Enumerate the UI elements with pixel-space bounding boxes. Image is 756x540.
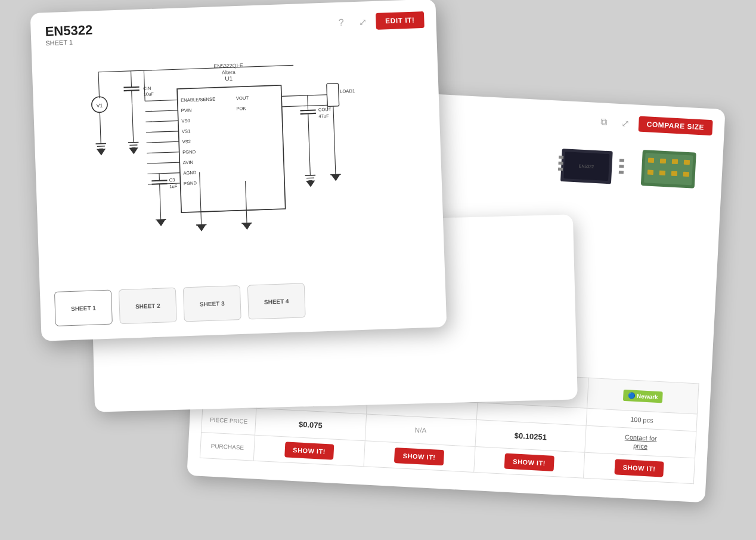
help-icon[interactable]: ? (333, 14, 350, 31)
svg-text:PGND: PGND (182, 149, 196, 155)
svg-line-94 (308, 95, 308, 110)
svg-text:PGND: PGND (184, 180, 197, 186)
fullscreen-icon[interactable]: ⤢ (354, 13, 371, 30)
newark-logo: 🔵 Newark (623, 389, 663, 402)
front-sheet-tab-3[interactable]: SHEET 3 (183, 285, 241, 322)
svg-rect-89 (327, 84, 339, 107)
chip-product-images: EN5322 (554, 136, 705, 198)
svg-line-72 (100, 112, 101, 143)
svg-line-83 (132, 103, 133, 142)
svg-text:POK: POK (236, 106, 246, 112)
front-sheet-tab-4[interactable]: SHEET 4 (247, 283, 306, 319)
svg-text:EN5322: EN5322 (579, 163, 594, 168)
svg-marker-103 (306, 180, 315, 187)
svg-text:CIN: CIN (143, 85, 151, 91)
schematic-toolbar: ? ⤢ EDIT IT! (333, 11, 425, 31)
svg-line-116 (246, 181, 247, 223)
svg-line-61 (147, 152, 179, 153)
svg-text:1uF: 1uF (169, 184, 178, 189)
svg-line-112 (201, 209, 272, 212)
svg-rect-25 (558, 162, 563, 165)
compare-size-button[interactable]: COMPARE SIZE (638, 116, 713, 135)
svg-rect-35 (672, 159, 678, 165)
svg-text:PVIN: PVIN (181, 107, 192, 113)
svg-line-63 (147, 173, 180, 174)
svg-line-107 (160, 184, 161, 220)
front-card: EN5322 SHEET 1 ? ⤢ EDIT IT! U1 Altera EN… (30, 0, 447, 341)
svg-line-73 (96, 143, 106, 144)
svg-text:VS2: VS2 (182, 139, 191, 144)
schematic-area: U1 Altera EN5322QI-E ENABLE/SENSE PVIN V… (44, 41, 432, 269)
svg-text:VS1: VS1 (182, 128, 191, 134)
svg-text:AVIN: AVIN (183, 160, 194, 166)
svg-line-62 (147, 162, 180, 163)
svg-line-78 (123, 87, 139, 88)
svg-line-56 (145, 100, 178, 101)
svg-text:COUT: COUT (318, 107, 331, 113)
front-sheet-tab-1[interactable]: SHEET 1 (54, 290, 113, 326)
svg-rect-34 (660, 159, 666, 164)
svg-line-69 (98, 72, 100, 98)
svg-line-95 (300, 110, 315, 111)
svg-text:V1: V1 (96, 103, 103, 109)
svg-rect-28 (619, 165, 624, 168)
front-sheet-tab-2[interactable]: SHEET 2 (119, 288, 177, 324)
svg-line-113 (200, 172, 202, 224)
svg-line-77 (131, 71, 132, 87)
svg-rect-38 (659, 171, 665, 176)
svg-line-65 (281, 95, 327, 97)
svg-line-100 (305, 175, 315, 176)
svg-rect-26 (558, 168, 563, 171)
svg-marker-76 (97, 149, 106, 155)
svg-text:47uF: 47uF (318, 113, 329, 119)
svg-text:VOUT: VOUT (236, 95, 249, 101)
svg-line-59 (146, 131, 179, 132)
layers-icon[interactable]: ⧉ (595, 113, 612, 131)
svg-text:AGND: AGND (183, 170, 197, 176)
svg-marker-115 (197, 225, 206, 232)
chip-image-2 (631, 140, 706, 198)
svg-line-105 (151, 180, 167, 181)
sheet-tabs-front: SHEET 1 SHEET 2 SHEET 3 SHEET 4 (54, 283, 306, 326)
show-it-button-4[interactable]: SHOW IT! (614, 459, 664, 477)
svg-rect-29 (619, 171, 624, 174)
svg-marker-93 (331, 174, 340, 181)
chip-image-1: EN5322 (554, 136, 628, 193)
newark-price[interactable]: Contact forprice (625, 433, 657, 450)
svg-text:ENABLE/SENSE: ENABLE/SENSE (181, 97, 215, 103)
show-it-button-1[interactable]: SHOW IT! (284, 442, 334, 459)
svg-text:Altera: Altera (222, 69, 236, 76)
svg-rect-32 (644, 153, 693, 185)
svg-rect-40 (683, 172, 689, 177)
schematic-drawing: U1 Altera EN5322QI-E ENABLE/SENSE PVIN V… (44, 41, 432, 269)
svg-text:U1: U1 (225, 75, 233, 82)
svg-marker-87 (129, 147, 138, 154)
show-it-button-3[interactable]: SHOW IT! (504, 453, 554, 471)
svg-line-80 (132, 91, 132, 104)
svg-rect-37 (647, 170, 653, 175)
piece-price-label: PIECE PRICE (202, 406, 256, 436)
svg-text:C3: C3 (169, 177, 175, 183)
svg-text:10uF: 10uF (143, 91, 154, 97)
purchase-label: PURCHASE (200, 432, 255, 461)
svg-text:LOAD1: LOAD1 (340, 88, 355, 94)
expand-icon[interactable]: ⤢ (616, 115, 634, 132)
show-it-button-2[interactable]: SHOW IT! (394, 448, 444, 465)
svg-line-57 (145, 110, 178, 112)
svg-line-97 (308, 113, 311, 175)
svg-rect-33 (648, 158, 654, 163)
svg-line-91 (333, 106, 336, 174)
svg-rect-24 (559, 156, 563, 159)
svg-line-84 (128, 143, 138, 143)
svg-rect-27 (619, 159, 624, 162)
edit-it-button[interactable]: EDIT IT! (376, 11, 425, 30)
compare-toolbar: ⧉ ⤢ COMPARE SIZE (595, 113, 713, 136)
svg-line-60 (147, 141, 179, 143)
svg-marker-111 (156, 220, 166, 226)
svg-line-58 (145, 121, 178, 122)
svg-rect-36 (684, 160, 690, 165)
svg-rect-39 (671, 171, 677, 177)
svg-marker-118 (242, 223, 252, 230)
svg-text:VS0: VS0 (181, 118, 190, 124)
svg-line-68 (98, 65, 293, 72)
